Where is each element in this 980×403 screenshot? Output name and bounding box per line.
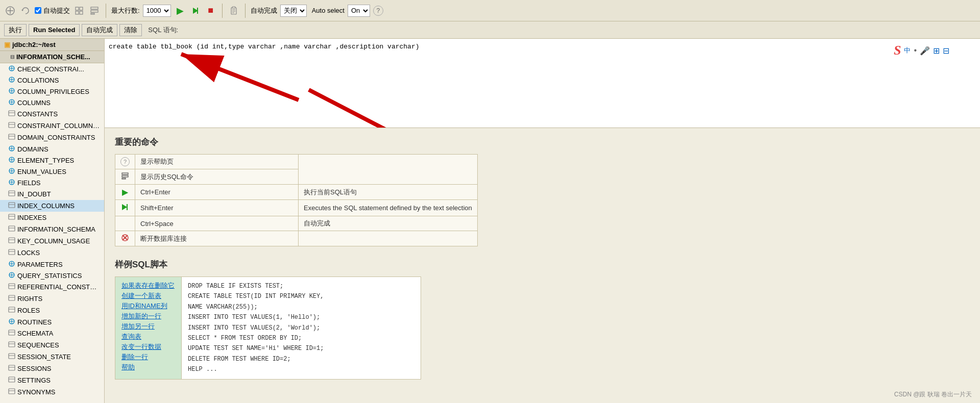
sidebar-item[interactable]: CONSTRAINT_COLUMN_... xyxy=(0,120,104,132)
svg-rect-4 xyxy=(76,7,79,10)
auto-commit-input[interactable] xyxy=(35,7,41,14)
svg-rect-14 xyxy=(232,7,235,8)
connection-header: ▣ jdbc:h2:~/test xyxy=(0,39,104,51)
svg-rect-77 xyxy=(9,342,15,347)
max-rows-label: 最大行数: xyxy=(111,6,140,15)
sidebar-item[interactable]: REFERENTIAL_CONSTR... xyxy=(0,281,104,293)
commands-table: ?显示帮助页显示历史SQL命令▶Ctrl+Enter执行当前SQL语句Shift… xyxy=(115,154,478,246)
view-icon xyxy=(8,87,15,95)
sidebar-item[interactable]: RIGHTS xyxy=(0,293,104,305)
sidebar-item[interactable]: DOMAIN_CONSTRAINTS xyxy=(0,132,104,143)
stop-icon[interactable]: ■ xyxy=(205,5,217,17)
table-icon xyxy=(8,364,15,373)
sidebar-item-label: COLLATIONS xyxy=(17,77,59,84)
sidebar-item[interactable]: ROUTINES xyxy=(0,316,104,328)
sidebar-item[interactable]: COLUMNS xyxy=(0,97,104,108)
sidebar-item[interactable]: SESSION_STATE xyxy=(0,351,104,363)
svg-rect-85 xyxy=(9,389,15,394)
new-connection-icon[interactable] xyxy=(4,5,16,17)
sidebar-item[interactable]: INDEXES xyxy=(0,212,104,223)
sidebar-item[interactable]: SESSIONS xyxy=(0,363,104,374)
auto-commit-checkbox[interactable]: 自动提交 xyxy=(35,6,70,15)
sidebar-item[interactable]: INFORMATION_SCHEMA xyxy=(0,223,104,235)
sidebar-item[interactable]: COLUMN_PRIVILEGES xyxy=(0,86,104,97)
sample-link[interactable]: 删除一行 xyxy=(121,352,175,362)
sidebar-item[interactable]: SEQUENCES xyxy=(0,339,104,351)
svg-marker-3 xyxy=(21,10,23,11)
table-icon xyxy=(8,213,15,222)
sidebar-item[interactable]: INDEX_COLUMNS xyxy=(0,200,104,212)
command-desc: 断开数据库连接 xyxy=(135,231,299,246)
svg-rect-48 xyxy=(9,191,15,196)
sidebar-item[interactable]: COLLATIONS xyxy=(0,74,104,86)
command-row: Shift+EnterExecutes the SQL statement de… xyxy=(115,200,478,216)
sidebar-item[interactable]: QUERY_STATISTICS xyxy=(0,270,104,281)
table-icon xyxy=(8,376,15,385)
sidebar-item[interactable]: ENUM_VALUES xyxy=(0,166,104,177)
table-icon xyxy=(8,121,15,130)
sidebar-item[interactable]: LOCKS xyxy=(0,247,104,259)
sample-link[interactable]: 增加另一行 xyxy=(121,322,175,331)
sidebar-item-label: ROUTINES xyxy=(17,318,52,326)
sql-input[interactable] xyxy=(105,39,980,128)
sample-link[interactable]: 查询表 xyxy=(121,332,175,341)
play-selected-icon[interactable] xyxy=(189,5,202,17)
svg-rect-91 xyxy=(122,175,128,177)
view-icon xyxy=(8,145,15,153)
tool1-icon[interactable] xyxy=(73,5,85,17)
play-icon[interactable]: ▶ xyxy=(174,5,186,17)
svg-rect-7 xyxy=(80,11,83,14)
run-selected-button[interactable]: Run Selected xyxy=(29,24,80,36)
sidebar-item[interactable]: PARAMETERS xyxy=(0,259,104,270)
sidebar-item-label: CONSTRAINT_COLUMN_... xyxy=(17,122,100,130)
auto-complete-button[interactable]: 自动完成 xyxy=(82,24,117,36)
svg-rect-50 xyxy=(9,203,15,208)
view-icon xyxy=(8,179,15,187)
view-icon xyxy=(8,260,15,268)
sidebar-item-label: SCHEMATA xyxy=(17,330,53,337)
auto-select-select[interactable]: On Off xyxy=(348,5,370,17)
sample-link[interactable]: 增加新的一行 xyxy=(121,312,175,321)
samples-right: DROP TABLE IF EXISTS TEST;CREATE TABLE T… xyxy=(182,277,330,379)
table-icon xyxy=(8,225,15,234)
sample-link[interactable]: 帮助 xyxy=(121,363,175,372)
auto-complete-label: 自动完成 xyxy=(251,6,277,15)
max-rows-select[interactable]: 1000 500 100 All xyxy=(143,5,171,17)
clear-button[interactable]: 清除 xyxy=(119,24,142,36)
sidebar-item[interactable]: ELEMENT_TYPES xyxy=(0,155,104,166)
tool2-icon[interactable] xyxy=(88,5,101,17)
sidebar-item[interactable]: DOMAINS xyxy=(0,143,104,155)
sidebar-item[interactable]: SCHEMATA xyxy=(0,328,104,339)
sidebar-item-label: DOMAINS xyxy=(17,145,48,153)
sidebar-item[interactable]: CHECK_CONSTRAI... xyxy=(0,63,104,74)
svg-rect-83 xyxy=(9,377,15,382)
sample-link[interactable]: 改变一行数据 xyxy=(121,342,175,351)
refresh-icon[interactable] xyxy=(19,5,32,17)
sidebar-item[interactable]: CONSTANTS xyxy=(0,108,104,120)
sql-toolbar: 执行 Run Selected 自动完成 清除 SQL 语句: xyxy=(0,21,980,39)
sidebar-item[interactable]: IN_DOUBT xyxy=(0,188,104,200)
sidebar-item-label: CONSTANTS xyxy=(17,110,58,118)
sidebar-item[interactable]: SYNONYMS xyxy=(0,386,104,398)
sample-link[interactable]: 如果表存在删除它 xyxy=(121,281,175,290)
close-select[interactable]: 关闭 开启 xyxy=(280,5,307,17)
execute-button[interactable]: 执行 xyxy=(4,24,27,36)
command-row: 显示历史SQL命令 xyxy=(115,169,478,185)
sidebar-item[interactable]: SETTINGS xyxy=(0,374,104,386)
csdn-watermark: CSDN @跟 耿瑞 卷出一片天 xyxy=(894,390,972,399)
command-icon-cell xyxy=(115,216,135,231)
table-icon xyxy=(8,110,15,118)
sidebar-item[interactable]: FIELDS xyxy=(0,177,104,188)
sidebar-item[interactable]: KEY_COLUMN_USAGE xyxy=(0,235,104,247)
content-area: S 中 • 🎤 ⊞ ⊟ xyxy=(105,39,980,403)
sidebar-item-label: KEY_COLUMN_USAGE xyxy=(17,237,90,245)
sample-link[interactable]: 创建一个新表 xyxy=(121,291,175,300)
table-icon xyxy=(8,283,15,291)
sample-link[interactable]: 用ID和NAME列 xyxy=(121,301,175,311)
clipboard-icon[interactable] xyxy=(228,5,240,17)
table-icon xyxy=(8,202,15,210)
sample-sql-line: HELP ... xyxy=(188,364,324,374)
help-icon[interactable]: ? xyxy=(373,6,383,16)
sidebar-item-label: REFERENTIAL_CONSTR... xyxy=(17,283,100,291)
sidebar-item[interactable]: ROLES xyxy=(0,305,104,316)
